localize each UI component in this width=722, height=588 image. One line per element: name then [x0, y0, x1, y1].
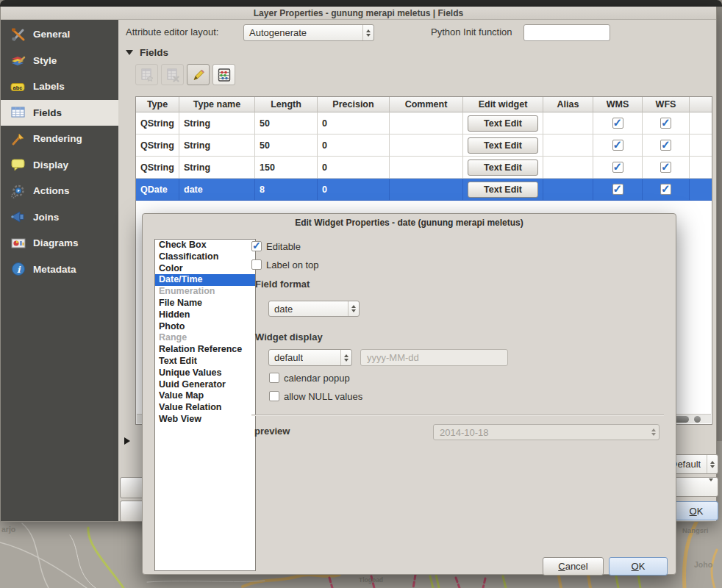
cancel-button[interactable]: Cancel — [543, 557, 604, 576]
sidebar-item-display[interactable]: Display — [1, 152, 118, 179]
cell-type: QString — [136, 157, 179, 179]
sidebar-item-metadata[interactable]: i Metadata — [1, 257, 118, 283]
display-bubble-icon — [10, 156, 27, 173]
edit-widget-button[interactable]: Text Edit — [468, 137, 538, 154]
wfs-checkbox[interactable] — [660, 118, 671, 129]
collapsed-group-arrow-icon[interactable] — [124, 437, 130, 445]
wms-checkbox[interactable] — [612, 162, 623, 173]
toggle-editing-button[interactable] — [187, 64, 210, 85]
widget-type-item[interactable]: Check Box — [155, 240, 255, 251]
edit-widget-button[interactable]: Text Edit — [468, 159, 538, 176]
column-header[interactable]: WMS — [593, 97, 643, 112]
sidebar-item-label: General — [33, 29, 70, 40]
sidebar: General Style abc Labels Fields Renderin… — [1, 20, 118, 521]
wfs-checkbox[interactable] — [660, 140, 671, 151]
cell-length: 50 — [255, 112, 318, 135]
sidebar-item-label: Joins — [33, 212, 59, 223]
sidebar-item-general[interactable]: General — [1, 21, 118, 48]
table-row[interactable]: QString String 50 0 Text Edit — [136, 112, 712, 135]
cell-comment — [390, 179, 463, 201]
python-init-function-input[interactable] — [523, 24, 610, 41]
cell-type-name: date — [179, 179, 255, 201]
column-header[interactable]: Type — [136, 97, 179, 112]
scrollbar-end-knob[interactable] — [694, 416, 701, 423]
sidebar-item-style[interactable]: Style — [1, 48, 118, 74]
column-header[interactable]: Comment — [390, 97, 463, 112]
widget-type-item[interactable]: Photo — [155, 321, 255, 333]
column-header[interactable]: Precision — [318, 97, 390, 112]
actions-gear-icon — [10, 182, 27, 200]
map-place-label: Joho — [694, 560, 712, 569]
combo-value: Autogenerate — [244, 27, 307, 38]
fields-group-header[interactable]: Fields — [126, 47, 168, 58]
wms-checkbox[interactable] — [612, 184, 623, 195]
spinner-arrows-icon[interactable] — [340, 350, 351, 365]
sidebar-item-fields[interactable]: Fields — [1, 100, 118, 126]
widget-display-combo[interactable]: default — [268, 349, 352, 366]
wms-checkbox[interactable] — [612, 140, 623, 151]
spinner-arrows-icon[interactable] — [707, 455, 718, 473]
cell-filler — [690, 179, 712, 201]
table-row[interactable]: QString String 150 0 Text Edit — [136, 157, 712, 179]
tools-icon — [10, 26, 27, 43]
sidebar-item-label: Fields — [33, 107, 62, 118]
widget-type-item[interactable]: Relation Reference — [155, 344, 255, 356]
label-on-top-checkbox[interactable] — [251, 259, 262, 270]
widget-type-item[interactable]: Web View — [155, 414, 255, 426]
calendar-popup-checkbox[interactable] — [269, 373, 279, 383]
sidebar-item-rendering[interactable]: Rendering — [1, 126, 118, 152]
new-column-icon — [140, 68, 154, 82]
cell-precision: 0 — [318, 112, 390, 135]
cancel-button-label: Cancel — [558, 561, 587, 572]
column-header[interactable]: WFS — [643, 97, 690, 112]
widget-type-item[interactable]: Color — [155, 263, 255, 275]
ok-button[interactable]: OK — [609, 557, 668, 576]
sidebar-item-diagrams[interactable]: Diagrams — [1, 230, 118, 257]
widget-type-item[interactable]: Value Relation — [155, 402, 255, 414]
sidebar-item-joins[interactable]: Joins — [1, 204, 118, 231]
wfs-checkbox[interactable] — [660, 184, 671, 195]
spinner-arrows-icon[interactable] — [362, 25, 373, 40]
wfs-checkbox[interactable] — [660, 162, 671, 173]
spinner-arrows-icon[interactable] — [348, 301, 359, 316]
widget-type-item[interactable]: Uuid Generator — [155, 379, 255, 391]
column-header[interactable]: Edit widget — [463, 97, 543, 112]
sidebar-item-actions[interactable]: Actions — [1, 178, 118, 204]
widget-type-item[interactable]: Classification — [155, 251, 255, 263]
field-calculator-button[interactable] — [212, 64, 235, 85]
widget-type-item[interactable]: File Name — [155, 298, 255, 309]
widget-type-item[interactable]: Hidden — [155, 309, 255, 321]
collapse-arrow-icon — [126, 50, 133, 55]
joins-icon — [10, 208, 27, 226]
window-titlebar[interactable]: Layer Properties - gunung merapi meletus… — [1, 7, 716, 20]
widget-type-item-selected[interactable]: Date/Time — [155, 274, 255, 286]
column-header[interactable]: Alias — [543, 97, 593, 112]
cell-type-name: String — [179, 135, 255, 157]
column-header[interactable]: Length — [255, 97, 318, 112]
sidebar-item-label: Display — [33, 159, 68, 171]
attribute-editor-layout-combo[interactable]: Autogenerate — [243, 24, 374, 41]
table-row[interactable]: QString String 50 0 Text Edit — [136, 135, 712, 157]
edit-widget-button[interactable]: Text Edit — [468, 182, 538, 198]
field-format-combo[interactable]: date — [268, 301, 360, 317]
widget-type-item[interactable]: Text Edit — [155, 356, 255, 368]
editable-checkbox[interactable] — [251, 241, 262, 251]
column-header[interactable]: Type name — [179, 97, 255, 112]
edit-widget-button[interactable]: Text Edit — [468, 115, 538, 132]
screen-top-edge — [0, 0, 722, 7]
cell-length: 50 — [255, 135, 318, 157]
sidebar-item-label: Labels — [33, 81, 65, 92]
combo-value: date — [269, 304, 293, 315]
widget-type-item[interactable]: Value Map — [155, 390, 255, 402]
sidebar-item-labels[interactable]: abc Labels — [1, 74, 118, 100]
cell-alias — [543, 179, 593, 201]
sidebar-item-label: Metadata — [33, 264, 76, 275]
cell-comment — [390, 135, 463, 157]
table-row-selected[interactable]: QDate date 8 0 Text Edit — [136, 179, 712, 201]
widget-type-item[interactable]: Unique Values — [155, 368, 255, 379]
allow-null-checkbox[interactable] — [269, 391, 279, 401]
display-format-input-disabled: yyyy-MM-dd — [360, 349, 508, 366]
fields-group-label: Fields — [140, 47, 168, 58]
window-ok-button[interactable]: OK — [674, 501, 718, 520]
wms-checkbox[interactable] — [612, 118, 623, 129]
